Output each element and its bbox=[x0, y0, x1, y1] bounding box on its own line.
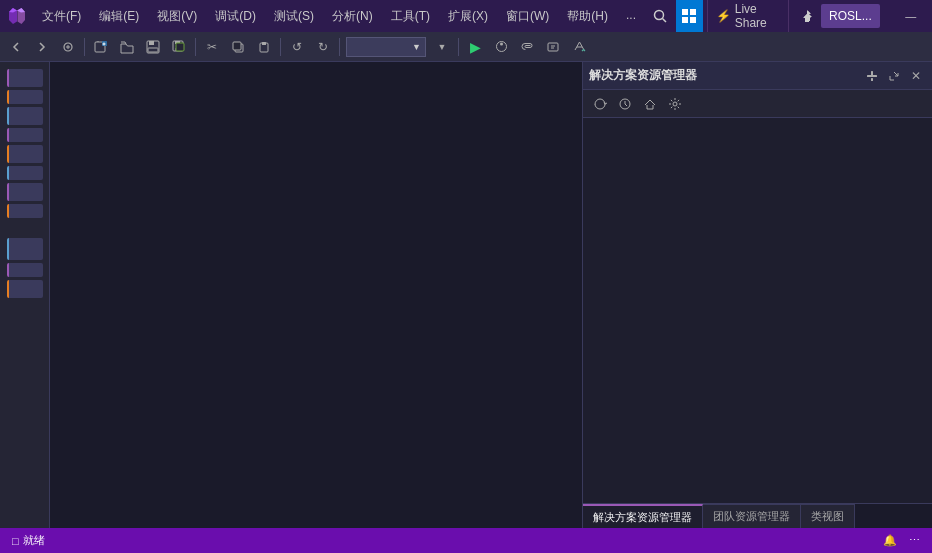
sidebar-icon-2[interactable] bbox=[7, 90, 43, 104]
start-btn[interactable]: ▶ bbox=[463, 36, 487, 58]
menu-view[interactable]: 视图(V) bbox=[149, 4, 205, 29]
svg-point-21 bbox=[500, 43, 503, 46]
settings-button[interactable] bbox=[664, 94, 686, 114]
sidebar-icon-3[interactable] bbox=[7, 107, 43, 125]
sep2 bbox=[195, 38, 196, 56]
save-btn[interactable] bbox=[141, 36, 165, 58]
menu-help[interactable]: 帮助(H) bbox=[559, 4, 616, 29]
editor-area[interactable]: 解决方案资源管理器 bbox=[50, 62, 932, 528]
redo-btn[interactable]: ↻ bbox=[311, 36, 335, 58]
svg-rect-25 bbox=[871, 78, 873, 81]
menu-tools[interactable]: 工具(T) bbox=[383, 4, 438, 29]
menu-more[interactable]: ... bbox=[618, 4, 644, 29]
panel-toolbar bbox=[583, 90, 932, 118]
save-all-btn[interactable] bbox=[167, 36, 191, 58]
sep5 bbox=[458, 38, 459, 56]
search-button[interactable] bbox=[648, 4, 672, 28]
sidebar-icon-7[interactable] bbox=[7, 183, 43, 201]
status-text: 就绪 bbox=[23, 533, 45, 548]
bottom-tabs: 解决方案资源管理器 团队资源管理器 类视图 bbox=[583, 503, 932, 528]
svg-rect-4 bbox=[682, 17, 688, 23]
minimize-button[interactable]: — bbox=[888, 0, 932, 32]
menu-file[interactable]: 文件(F) bbox=[34, 4, 89, 29]
svg-rect-11 bbox=[148, 48, 158, 52]
panel-header: 解决方案资源管理器 bbox=[583, 62, 932, 90]
tab-class-view[interactable]: 类视图 bbox=[801, 504, 855, 528]
svg-point-0 bbox=[654, 11, 663, 20]
nav-btn-3[interactable] bbox=[56, 36, 80, 58]
sep4 bbox=[339, 38, 340, 56]
menu-window[interactable]: 窗口(W) bbox=[498, 4, 557, 29]
windows-start-button[interactable] bbox=[676, 0, 703, 32]
refresh-button[interactable] bbox=[614, 94, 636, 114]
sidebar-icon-1[interactable] bbox=[7, 69, 43, 87]
svg-rect-22 bbox=[548, 43, 558, 51]
cut-btn[interactable]: ✂ bbox=[200, 36, 224, 58]
tab-solution-explorer[interactable]: 解决方案资源管理器 bbox=[583, 504, 703, 528]
status-icon: □ bbox=[12, 535, 19, 547]
sidebar-icon-5[interactable] bbox=[7, 145, 43, 163]
menu-extensions[interactable]: 扩展(X) bbox=[440, 4, 496, 29]
attach-btn[interactable] bbox=[515, 36, 539, 58]
live-share-button[interactable]: ⚡ Live Share bbox=[707, 0, 790, 32]
live-share-icon: ⚡ bbox=[716, 9, 731, 23]
undo-btn[interactable]: ↺ bbox=[285, 36, 309, 58]
open-btn[interactable] bbox=[115, 36, 139, 58]
paste-btn[interactable] bbox=[252, 36, 276, 58]
float-button[interactable] bbox=[884, 66, 904, 86]
panel-controls: ✕ bbox=[862, 66, 926, 86]
svg-rect-3 bbox=[690, 9, 696, 15]
menu-edit[interactable]: 编辑(E) bbox=[91, 4, 147, 29]
svg-point-26 bbox=[673, 102, 677, 106]
sync-nav-button[interactable] bbox=[589, 94, 611, 114]
svg-rect-17 bbox=[233, 42, 241, 50]
sidebar-icon-6[interactable] bbox=[7, 166, 43, 180]
sidebar-group-2 bbox=[0, 235, 49, 301]
sidebar-icon-8[interactable] bbox=[7, 204, 43, 218]
share-icon-button[interactable] bbox=[793, 4, 817, 28]
sidebar-icon-9[interactable] bbox=[7, 238, 43, 260]
back-button[interactable] bbox=[4, 36, 28, 58]
dropdown-arrow-btn[interactable]: ▼ bbox=[430, 36, 454, 58]
bell-icon: 🔔 bbox=[883, 534, 897, 547]
panel-content[interactable] bbox=[583, 118, 932, 503]
title-bar: 文件(F) 编辑(E) 视图(V) 调试(D) 测试(S) 分析(N) 工具(T… bbox=[0, 0, 932, 32]
sep3 bbox=[280, 38, 281, 56]
forward-button[interactable] bbox=[30, 36, 54, 58]
status-bar: □ 就绪 🔔 ⋯ bbox=[0, 528, 932, 553]
notification-button[interactable]: 🔔 bbox=[879, 534, 901, 547]
sidebar-icon-11[interactable] bbox=[7, 280, 43, 298]
config-dropdown[interactable]: ▼ bbox=[346, 37, 426, 57]
panel-title: 解决方案资源管理器 bbox=[589, 67, 862, 84]
solution-explorer-panel: 解决方案资源管理器 bbox=[582, 62, 932, 528]
title-bar-right: ⚡ Live Share ROSL... — □ ✕ bbox=[648, 0, 932, 32]
live-share-label: Live Share bbox=[735, 2, 781, 30]
sidebar-icon-4[interactable] bbox=[7, 128, 43, 142]
sidebar-group-1 bbox=[0, 66, 49, 221]
debug-btn[interactable] bbox=[489, 36, 513, 58]
new-project-btn[interactable] bbox=[89, 36, 113, 58]
menu-test[interactable]: 测试(S) bbox=[266, 4, 322, 29]
rosl-button[interactable]: ROSL... bbox=[821, 4, 880, 28]
menu-analyze[interactable]: 分析(N) bbox=[324, 4, 381, 29]
sidebar-icon-10[interactable] bbox=[7, 263, 43, 277]
svg-rect-5 bbox=[690, 17, 696, 23]
sep1 bbox=[84, 38, 85, 56]
left-sidebar bbox=[0, 62, 50, 528]
menu-debug[interactable]: 调试(D) bbox=[207, 4, 264, 29]
status-expand[interactable]: ⋯ bbox=[905, 534, 924, 547]
dropdown-arrow: ▼ bbox=[412, 42, 421, 52]
app-logo bbox=[8, 6, 26, 26]
svg-rect-15 bbox=[176, 43, 184, 51]
copy-btn[interactable] bbox=[226, 36, 250, 58]
spell-check-btn[interactable] bbox=[567, 36, 591, 58]
pin-button[interactable] bbox=[862, 66, 882, 86]
status-ready[interactable]: □ 就绪 bbox=[8, 533, 49, 548]
tab-team-explorer[interactable]: 团队资源管理器 bbox=[703, 504, 801, 528]
close-panel-button[interactable]: ✕ bbox=[906, 66, 926, 86]
svg-line-1 bbox=[662, 19, 666, 23]
status-right: 🔔 ⋯ bbox=[879, 534, 924, 547]
home-button[interactable] bbox=[639, 94, 661, 114]
dropdown-btn-2[interactable] bbox=[541, 36, 565, 58]
expand-icon: ⋯ bbox=[909, 534, 920, 547]
